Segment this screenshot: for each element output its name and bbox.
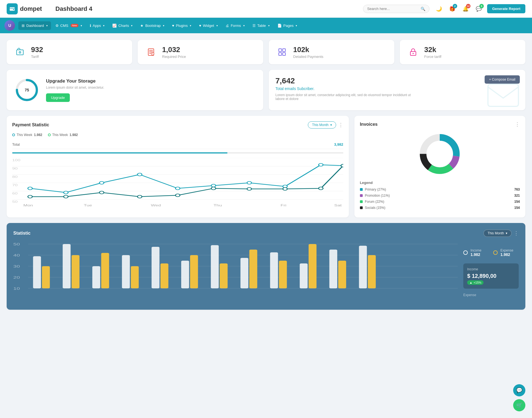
legend-label-1: This Week [52, 133, 68, 137]
gift-button[interactable]: 🎁 2 [447, 4, 457, 14]
legend-item-1: This Week 1.982 [48, 133, 78, 137]
nav-item-apps[interactable]: ℹ Apps ▾ [86, 21, 108, 30]
required-price-icon [144, 45, 158, 59]
statistic-title: Statistic [13, 231, 30, 236]
force-tariff-label: Force tariff [424, 55, 441, 59]
svg-rect-85 [279, 261, 287, 288]
avatar: U [4, 20, 15, 31]
email-count: 7,642 [275, 76, 519, 85]
invoice-legend-primary: Primary (27%) 763 [360, 188, 520, 191]
svg-point-46 [341, 164, 343, 167]
search-box[interactable]: 🔍 [363, 5, 429, 13]
main-content: 932 Tariff 1,032 Required Price 102k Det… [0, 33, 532, 316]
logo[interactable]: dompet [7, 3, 51, 14]
svg-point-39 [99, 191, 104, 194]
generate-report-button[interactable]: Generate Report [487, 4, 525, 13]
svg-rect-81 [220, 263, 228, 288]
plugins-icon: ♥ [172, 24, 174, 28]
legend-val-promotion: 321 [514, 194, 520, 198]
this-month-button[interactable]: This Month ▾ [308, 121, 336, 129]
chevron-down-icon: ▾ [46, 24, 48, 27]
legend-left-forum: Forum (22%) [360, 200, 384, 204]
stat-info-required-price: 1,032 Required Price [162, 45, 186, 59]
nav-label-widget: Widget [203, 24, 214, 28]
svg-rect-70 [63, 244, 71, 288]
invoices-more-options[interactable]: ⋮ [515, 121, 520, 127]
statistic-controls: This Month ▾ ⋮ [484, 230, 519, 237]
svg-rect-1 [13, 9, 14, 10]
svg-point-27 [28, 187, 32, 190]
svg-rect-79 [190, 255, 198, 288]
charts-icon: 📈 [112, 24, 117, 28]
bell-button[interactable]: 🔔 12 [461, 4, 470, 14]
moon-button[interactable]: 🌙 [434, 4, 444, 14]
nav-item-pages[interactable]: 📄 Pages ▾ [274, 21, 301, 30]
nav-item-table[interactable]: ☰ Table ▾ [249, 21, 273, 30]
svg-point-40 [137, 195, 142, 198]
legend-left-promotion: Promotion (11%) [360, 194, 390, 198]
storage-card: 75 Upgrade Your Storage Lorem ipsum dolo… [7, 70, 263, 110]
legend-label-forum: Forum (22%) [365, 200, 384, 204]
bell-badge: 12 [466, 4, 470, 8]
svg-text:20: 20 [13, 276, 20, 279]
chart-controls: This Month ▾ ⋮ [308, 121, 343, 129]
svg-text:Fri: Fri [281, 204, 287, 207]
statistic-body: 50 40 30 20 10 [13, 241, 519, 303]
nav-item-charts[interactable]: 📈 Charts ▾ [109, 21, 136, 30]
svg-text:50: 50 [12, 200, 18, 203]
legend-square-socials [360, 206, 363, 209]
svg-point-38 [64, 195, 68, 198]
detailed-payments-value: 102k [293, 45, 323, 54]
chevron-down-icon-pages: ▾ [296, 24, 297, 27]
svg-point-31 [175, 187, 180, 190]
chart-header: Payment Statistic This Month ▾ ⋮ [12, 121, 343, 129]
donut-chart [360, 132, 520, 176]
chat-button[interactable]: 💬 5 [474, 4, 484, 14]
expense-label: Expense [500, 248, 513, 252]
stats-row: 932 Tariff 1,032 Required Price 102k Det… [7, 40, 525, 64]
svg-rect-9 [283, 53, 285, 55]
nav-item-widget[interactable]: ♥ Widget ▾ [196, 21, 221, 30]
statistic-more-options[interactable]: ⋮ [514, 230, 519, 236]
svg-text:10: 10 [13, 287, 20, 291]
legend-dot-0 [12, 134, 15, 136]
svg-point-3 [19, 52, 21, 53]
svg-point-33 [247, 181, 252, 184]
nav-item-cms[interactable]: ⚙ CMS New ▾ [52, 21, 85, 30]
nav-item-bootstrap[interactable]: ★ Bootstrap ▾ [137, 21, 168, 30]
expense-value: 1.982 [500, 252, 513, 257]
charts-row: Payment Statistic This Month ▾ ⋮ This We… [7, 116, 525, 217]
nav-item-dashboard[interactable]: ⊞ Dashboard ▾ [18, 21, 51, 30]
legend-dot-1 [48, 134, 51, 136]
income-expense-row: Income 1.982 Expense 1.982 [463, 248, 519, 257]
legend-label-promotion: Promotion (11%) [365, 194, 390, 198]
storage-pct: 75 [25, 88, 29, 92]
svg-rect-91 [368, 255, 376, 288]
force-tariff-value: 32k [424, 45, 441, 54]
svg-point-35 [319, 163, 323, 166]
statistic-this-month-button[interactable]: This Month ▾ [484, 230, 511, 237]
statistic-right-panel: Income 1.982 Expense 1.982 Income $ [463, 241, 519, 303]
search-input[interactable] [367, 7, 418, 11]
svg-point-42 [211, 187, 216, 190]
header: dompet Dashboard 4 🔍 🌙 🎁 2 🔔 12 💬 5 Gene… [0, 0, 532, 18]
nav-item-forms[interactable]: 🖨 Forms ▾ [222, 21, 248, 30]
expense-section-label: Expense [463, 293, 519, 297]
detailed-payments-icon [275, 45, 289, 59]
more-options-button[interactable]: ⋮ [338, 122, 343, 128]
upgrade-button[interactable]: Upgrade [46, 93, 70, 102]
svg-point-44 [283, 188, 287, 190]
storage-progress-circle: 75 [14, 78, 39, 102]
income-item: Income 1.982 [463, 248, 489, 257]
storage-title: Upgrade Your Storage [46, 78, 104, 84]
storage-desc: Lorem ipsum dolor sit amet, onsectetur. [46, 86, 104, 89]
legend-square-primary [360, 188, 363, 191]
svg-rect-90 [359, 246, 367, 288]
invoice-legend-promotion: Promotion (11%) 321 [360, 194, 520, 198]
compose-email-button[interactable]: + Compose Email [485, 75, 520, 84]
tariff-label: Tariff [31, 55, 43, 59]
legend-item-0: This Week 1.982 [12, 133, 42, 137]
nav-item-plugins[interactable]: ♥ Plugins ▾ [169, 21, 195, 30]
bar-chart-svg: 50 40 30 20 10 [13, 241, 458, 302]
nav-label-bootstrap: Bootstrap [145, 24, 161, 28]
